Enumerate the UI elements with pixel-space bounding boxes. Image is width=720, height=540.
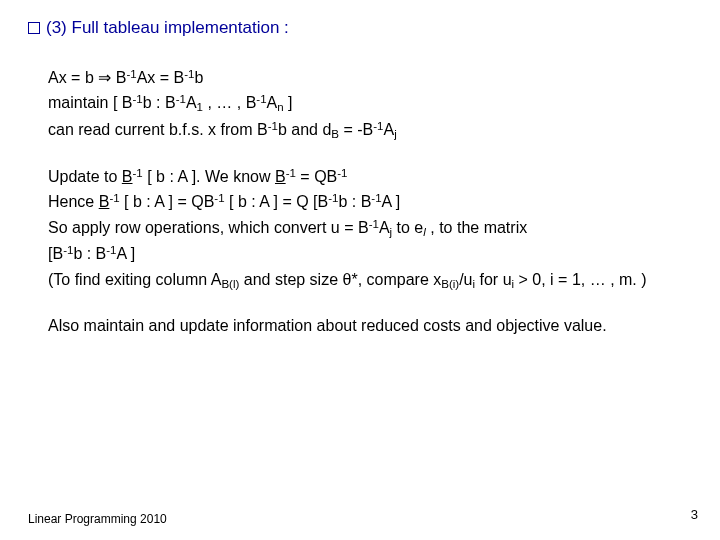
slide-body: Ax = b ⇒ B-1Ax = B-1b maintain [ B-1b : …	[28, 66, 692, 337]
footer-text: Linear Programming 2010	[28, 512, 167, 526]
paragraph-2: Update to B-1 [ b : A ]. We know B-1 = Q…	[48, 165, 688, 292]
paragraph-1: Ax = b ⇒ B-1Ax = B-1b maintain [ B-1b : …	[48, 66, 688, 143]
page-number: 3	[691, 507, 698, 522]
slide-heading: (3) Full tableau implementation :	[28, 18, 692, 38]
line-8: (To find exiting column AB(l) and step s…	[48, 268, 688, 293]
line-5: Hence B-1 [ b : A ] = QB-1 [ b : A ] = Q…	[48, 190, 688, 213]
line-1: Ax = b ⇒ B-1Ax = B-1b	[48, 66, 688, 89]
line-2: maintain [ B-1b : B-1A1 , … , B-1An ]	[48, 91, 688, 116]
line-3: can read current b.f.s. x from B-1b and …	[48, 118, 688, 143]
line-6: So apply row operations, which convert u…	[48, 216, 688, 241]
heading-text: (3) Full tableau implementation :	[46, 18, 289, 37]
bullet-square-icon	[28, 22, 40, 34]
paragraph-3: Also maintain and update information abo…	[48, 314, 688, 337]
line-7: [B-1b : B-1A ]	[48, 242, 688, 265]
line-4: Update to B-1 [ b : A ]. We know B-1 = Q…	[48, 165, 688, 188]
